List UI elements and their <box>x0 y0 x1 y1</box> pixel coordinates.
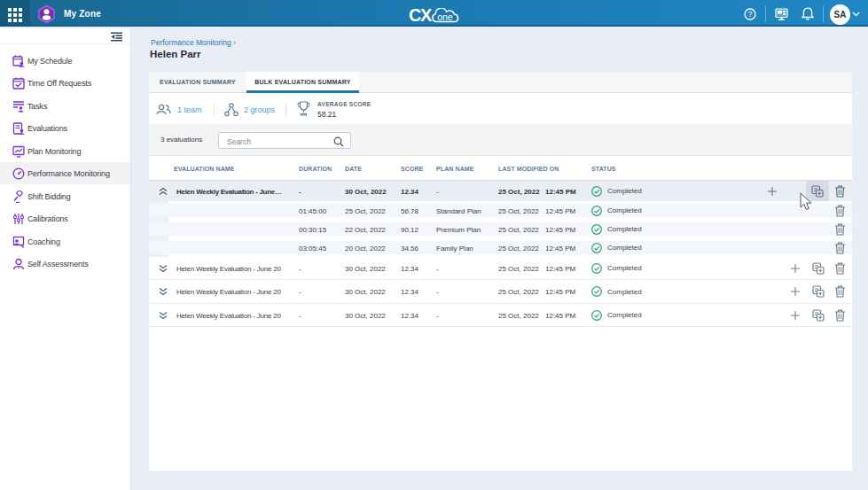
svg-text:one: one <box>437 12 453 22</box>
svg-text:?: ? <box>748 10 753 19</box>
